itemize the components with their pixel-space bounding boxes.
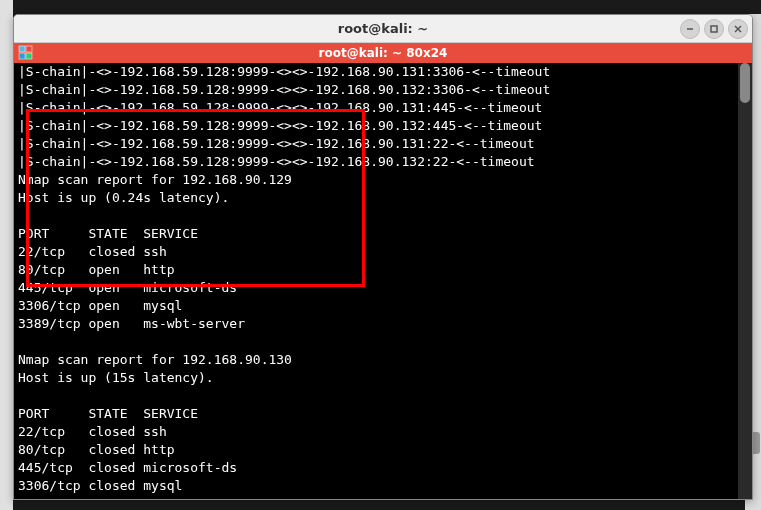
terminal-content[interactable]: |S-chain|-<>-192.168.59.128:9999-<><>-19… — [14, 63, 752, 499]
terminal-scrollbar[interactable] — [738, 63, 752, 499]
tab-bar: root@kali: ~ 80x24 — [14, 43, 752, 63]
terminal-window: root@kali: ~ root@kali: ~ 80x24 |S-chain… — [13, 14, 753, 500]
maximize-button[interactable] — [704, 19, 724, 39]
svg-rect-6 — [19, 53, 25, 59]
minimize-icon — [685, 24, 695, 34]
svg-rect-5 — [26, 46, 32, 52]
window-title: root@kali: ~ — [338, 21, 428, 36]
svg-rect-4 — [19, 46, 25, 52]
window-titlebar[interactable]: root@kali: ~ — [14, 15, 752, 43]
close-button[interactable] — [728, 19, 748, 39]
maximize-icon — [709, 24, 719, 34]
svg-rect-7 — [26, 53, 32, 59]
tab-title: root@kali: ~ 80x24 — [319, 46, 448, 60]
background-partial — [0, 0, 13, 510]
minimize-button[interactable] — [680, 19, 700, 39]
window-controls — [680, 19, 748, 39]
terminal-scrollbar-thumb[interactable] — [740, 63, 750, 103]
svg-rect-1 — [711, 26, 717, 32]
close-icon — [733, 24, 743, 34]
terminal-tab-icon — [18, 45, 34, 61]
